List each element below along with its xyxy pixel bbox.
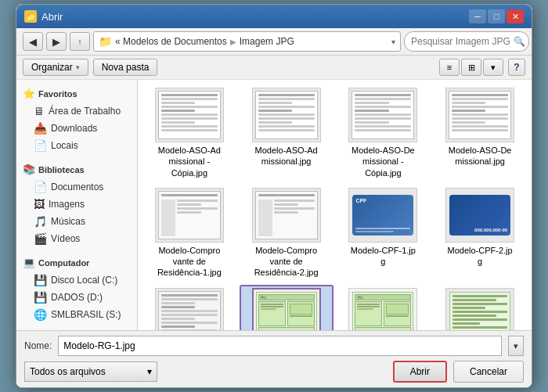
help-button[interactable]: ? [508, 59, 525, 76]
file-item[interactable]: Modelo-Curriculum Vitae-4.jpg [142, 285, 236, 330]
minimize-button[interactable]: ─ [469, 9, 486, 23]
filetype-dropdown-icon: ▾ [147, 366, 152, 377]
favorites-label: Favoritos [38, 89, 78, 99]
file-label: Modelo-CPF-1.jpg [351, 245, 416, 268]
title-bar-left: 📁 Abrir [24, 10, 63, 23]
cancel-button[interactable]: Cancelar [453, 361, 524, 383]
view-buttons: ≡ ⊞ ▾ [439, 59, 503, 76]
imagens-icon: 🖼 [34, 198, 45, 210]
area-trabalho-label: Área de Trabalho [49, 106, 121, 117]
file-item[interactable]: 000.000.000-00 Modelo-CPF-2.jpg [433, 185, 527, 282]
sidebar-item-area-trabalho[interactable]: 🖥 Área de Trabalho [16, 102, 137, 120]
dialog-icon: 📁 [24, 10, 37, 23]
computer-icon: 💻 [23, 257, 35, 268]
sidebar-computer-header[interactable]: 💻 Computador [16, 254, 137, 272]
videos-label: Vídeos [51, 233, 80, 244]
new-folder-label: Nova pasta [102, 62, 150, 73]
smlbrasil-label: SMLBRASIL (S:) [51, 309, 121, 320]
file-thumbnail [155, 288, 224, 330]
sidebar-favorites-header[interactable]: ⭐ Favoritos [16, 85, 137, 102]
search-input[interactable] [404, 31, 529, 52]
sidebar-item-smlbrasil[interactable]: 🌐 SMLBRASIL (S:) [16, 306, 137, 323]
filename-dropdown-button[interactable]: ▾ [508, 336, 524, 356]
file-item[interactable]: CPF Modelo-CPF-1.jpg [337, 185, 431, 282]
file-label: Modelo-Comprovante deResidência-2.jpg [254, 245, 319, 279]
file-thumbnail [252, 88, 321, 142]
sidebar-item-locais[interactable]: 📄 Locais [16, 137, 137, 154]
sidebar-item-disco-local[interactable]: 💾 Disco Local (C:) [16, 272, 137, 289]
libraries-label: Bibliotecas [38, 165, 85, 174]
smlbrasil-icon: 🌐 [34, 308, 47, 321]
file-item[interactable]: Modelo-ASO-Admissional.jpg [240, 85, 333, 182]
path-bar[interactable]: 📁 « Modelos de Documentos ▶ Imagem JPG ▾ [93, 31, 401, 52]
buttons-row: Todos os arquivos ▾ Abrir Cancelar [24, 361, 524, 383]
toolbar: ◀ ▶ ↑ 📁 « Modelos de Documentos ▶ Imagem… [16, 28, 532, 56]
sidebar-item-downloads[interactable]: 📥 Downloads [16, 120, 137, 137]
back-button[interactable]: ◀ [23, 32, 43, 51]
musicas-label: Músicas [51, 216, 85, 227]
path-folder-icon: 📁 [99, 35, 112, 48]
file-thumbnail: CPF [348, 188, 417, 243]
videos-icon: 🎬 [34, 232, 47, 245]
view-list-button[interactable]: ≡ [439, 59, 460, 76]
file-item[interactable]: Modelo-Comprovante deResidência-2.jpg [240, 185, 333, 282]
filename-input[interactable] [58, 336, 502, 356]
file-label: Modelo-ASO-Demissional -Cópia.jpg [352, 145, 415, 178]
sidebar-libraries-header[interactable]: 📚 Bibliotecas [16, 160, 137, 178]
sidebar-item-musicas[interactable]: 🎵 Músicas [16, 213, 137, 230]
file-label: Modelo-CPF-2.jpg [448, 245, 513, 268]
disco-local-icon: 💾 [34, 274, 47, 286]
file-item[interactable]: Modelo-ASO-Admissional -Cópia.jpg [142, 85, 236, 182]
file-item[interactable]: Modelo-Comprovante deResidência-1.jpg [142, 185, 236, 282]
sidebar-item-documentos[interactable]: 📄 Documentos [16, 178, 137, 196]
file-thumbnail: RG [348, 288, 417, 330]
view-grid-button[interactable]: ⊞ [461, 59, 481, 76]
maximize-button[interactable]: □ [488, 9, 505, 23]
organize-button[interactable]: Organizar ▾ [23, 59, 88, 76]
file-item[interactable]: Modelo-ASO-Demissional -Cópia.jpg [337, 85, 431, 182]
filename-row: Nome: ▾ [24, 336, 524, 356]
open-dialog: 📁 Abrir ─ □ ✕ ◀ ▶ ↑ 📁 « Modelos de Docum… [16, 4, 532, 388]
file-item-rg1[interactable]: RG [240, 285, 333, 330]
file-thumbnail [155, 88, 224, 142]
path-dropdown-arrow[interactable]: ▾ [391, 38, 395, 46]
file-thumbnail: RG [252, 288, 321, 330]
libraries-icon: 📚 [23, 164, 35, 175]
sidebar-item-videos[interactable]: 🎬 Vídeos [16, 230, 137, 247]
new-folder-button[interactable]: Nova pasta [93, 59, 158, 76]
dados-label: DADOS (D:) [51, 292, 103, 303]
path-current: Imagem JPG [240, 36, 294, 47]
search-icon: 🔍 [514, 36, 525, 47]
name-label: Nome: [24, 340, 52, 351]
open-button[interactable]: Abrir [393, 361, 447, 383]
file-item[interactable]: Modelo-Termode Devolução deEquipamentos.… [433, 285, 527, 330]
disco-local-label: Disco Local (C:) [51, 275, 117, 286]
action-bar: Organizar ▾ Nova pasta ≡ ⊞ ▾ ? [16, 56, 532, 80]
filetype-select[interactable]: Todos os arquivos ▾ [24, 361, 157, 382]
file-thumbnail [445, 288, 514, 330]
path-separator: ▶ [230, 38, 236, 46]
file-label: Modelo-ASO-Demissional.jpg [449, 145, 512, 167]
downloads-label: Downloads [51, 123, 97, 134]
path-root: « Modelos de Documentos [115, 36, 227, 47]
forward-button[interactable]: ▶ [46, 32, 67, 51]
locais-icon: 📄 [34, 139, 47, 152]
file-item[interactable]: Modelo-ASO-Demissional.jpg [433, 85, 527, 182]
file-item[interactable]: RG [337, 285, 431, 330]
file-label: Modelo-Comprovante deResidência-1.jpg [157, 245, 222, 279]
file-thumbnail [445, 88, 514, 142]
sidebar-item-dados[interactable]: 💾 DADOS (D:) [16, 289, 137, 306]
filetype-label: Todos os arquivos [30, 366, 106, 377]
area-trabalho-icon: 🖥 [34, 105, 45, 117]
close-button[interactable]: ✕ [507, 9, 524, 23]
file-thumbnail [252, 188, 321, 243]
up-button[interactable]: ↑ [70, 32, 90, 51]
file-thumbnail [348, 88, 417, 142]
sidebar: ⭐ Favoritos 🖥 Área de Trabalho 📥 Downloa… [16, 80, 138, 330]
file-area[interactable]: Modelo-ASO-Admissional -Cópia.jpg [138, 80, 532, 330]
main-area: ⭐ Favoritos 🖥 Área de Trabalho 📥 Downloa… [16, 80, 532, 330]
dialog-title: Abrir [41, 11, 63, 23]
view-dropdown-button[interactable]: ▾ [483, 59, 503, 76]
favorites-icon: ⭐ [23, 88, 35, 99]
sidebar-item-imagens[interactable]: 🖼 Imagens [16, 196, 137, 213]
